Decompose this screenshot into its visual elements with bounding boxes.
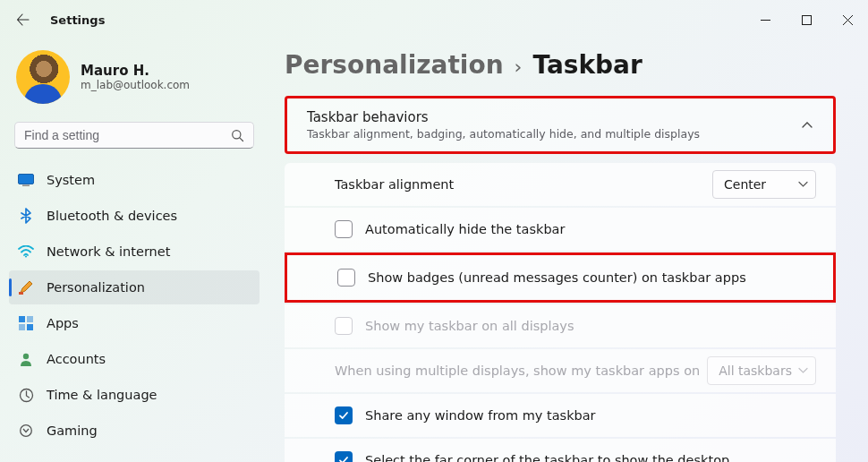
alignment-dropdown[interactable]: Center: [712, 170, 816, 199]
nav-label: System: [47, 173, 95, 187]
minimize-button[interactable]: [745, 5, 786, 34]
svg-point-10: [23, 354, 29, 359]
row-label: Taskbar alignment: [335, 177, 712, 192]
svg-rect-3: [22, 185, 30, 187]
close-button[interactable]: [827, 5, 868, 34]
show-badges-row[interactable]: Show badges (unread messages counter) on…: [285, 252, 836, 303]
bluetooth-icon: [18, 208, 34, 224]
svg-rect-0: [802, 15, 811, 24]
clock-globe-icon: [18, 387, 34, 403]
close-icon: [843, 15, 853, 25]
nav-label: Network & internet: [47, 244, 170, 259]
svg-point-12: [21, 425, 32, 437]
search-icon: [231, 129, 244, 142]
nav-item-system[interactable]: System: [9, 163, 260, 197]
nav-item-time-language[interactable]: Time & language: [9, 378, 260, 412]
svg-rect-5: [19, 292, 23, 295]
chevron-down-icon: [798, 177, 808, 192]
nav-item-accounts[interactable]: Accounts: [9, 342, 260, 376]
title-bar: Settings: [0, 0, 868, 39]
nav-label: Bluetooth & devices: [47, 209, 177, 223]
system-icon: [18, 172, 34, 188]
share-window-checkbox[interactable]: [335, 406, 353, 424]
app-title: Settings: [50, 13, 105, 27]
nav-list: System Bluetooth & devices Network & int…: [9, 163, 260, 448]
multi-display-row: When using multiple displays, show my ta…: [285, 349, 836, 392]
taskbar-alignment-row: Taskbar alignment Center: [285, 163, 836, 206]
auto-hide-checkbox[interactable]: [335, 220, 353, 238]
window-controls: [745, 5, 868, 34]
arrow-left-icon: [16, 13, 30, 27]
svg-rect-2: [19, 175, 34, 184]
chevron-up-icon: [801, 119, 813, 132]
breadcrumb: Personalization › Taskbar: [285, 50, 836, 80]
row-label: Automatically hide the taskbar: [365, 222, 816, 236]
taskbar-behaviors-header[interactable]: Taskbar behaviors Taskbar alignment, bad…: [285, 96, 836, 154]
row-label: When using multiple displays, show my ta…: [335, 364, 707, 378]
apps-icon: [18, 315, 34, 331]
minimize-icon: [761, 15, 770, 25]
nav-item-personalization[interactable]: Personalization: [9, 270, 260, 304]
svg-rect-8: [19, 324, 25, 330]
show-all-displays-checkbox[interactable]: [335, 317, 353, 335]
content-area: Personalization › Taskbar Taskbar behavi…: [268, 39, 868, 462]
svg-point-4: [25, 255, 27, 257]
paintbrush-icon: [18, 279, 34, 295]
show-badges-checkbox[interactable]: [337, 269, 355, 287]
nav-label: Accounts: [47, 352, 106, 366]
svg-rect-7: [27, 316, 33, 322]
profile-email: m_lab@outlook.com: [81, 79, 190, 91]
multi-display-dropdown: All taskbars: [707, 356, 816, 385]
profile-name: Mauro H.: [81, 63, 190, 79]
gaming-icon: [18, 423, 34, 439]
row-label: Share any window from my taskbar: [365, 408, 816, 423]
row-label: Show badges (unread messages counter) on…: [368, 270, 813, 285]
breadcrumb-current: Taskbar: [532, 50, 642, 80]
search-box[interactable]: [14, 122, 254, 149]
auto-hide-row[interactable]: Automatically hide the taskbar: [285, 208, 836, 251]
section-subtitle: Taskbar alignment, badging, automaticall…: [307, 127, 801, 141]
nav-label: Personalization: [47, 280, 145, 295]
svg-rect-9: [27, 324, 33, 330]
far-corner-checkbox[interactable]: [335, 451, 353, 462]
profile-block[interactable]: Mauro H. m_lab@outlook.com: [9, 39, 260, 120]
show-all-displays-row[interactable]: Show my taskbar on all displays: [285, 304, 836, 347]
svg-rect-6: [19, 316, 25, 322]
far-corner-row[interactable]: Select the far corner of the taskbar to …: [285, 439, 836, 462]
dropdown-value: Center: [724, 177, 766, 192]
avatar: [16, 50, 70, 104]
dropdown-value: All taskbars: [719, 364, 792, 378]
section-title: Taskbar behaviors: [307, 109, 801, 125]
row-label: Show my taskbar on all displays: [365, 319, 816, 333]
back-button[interactable]: [7, 4, 39, 36]
nav-item-apps[interactable]: Apps: [9, 306, 260, 340]
row-label: Select the far corner of the taskbar to …: [365, 453, 816, 462]
maximize-button[interactable]: [786, 5, 827, 34]
person-icon: [18, 351, 34, 367]
nav-label: Time & language: [47, 388, 157, 402]
nav-item-network[interactable]: Network & internet: [9, 235, 260, 269]
nav-label: Apps: [47, 316, 79, 330]
breadcrumb-separator: ›: [515, 56, 523, 78]
search-input[interactable]: [24, 128, 231, 142]
chevron-down-icon: [798, 364, 808, 378]
breadcrumb-parent[interactable]: Personalization: [285, 50, 504, 80]
sidebar: Mauro H. m_lab@outlook.com System Blueto…: [0, 39, 268, 462]
wifi-icon: [18, 244, 34, 260]
nav-item-bluetooth[interactable]: Bluetooth & devices: [9, 199, 260, 233]
maximize-icon: [802, 15, 812, 25]
share-window-row[interactable]: Share any window from my taskbar: [285, 394, 836, 437]
nav-label: Gaming: [47, 424, 98, 438]
nav-item-gaming[interactable]: Gaming: [9, 414, 260, 448]
